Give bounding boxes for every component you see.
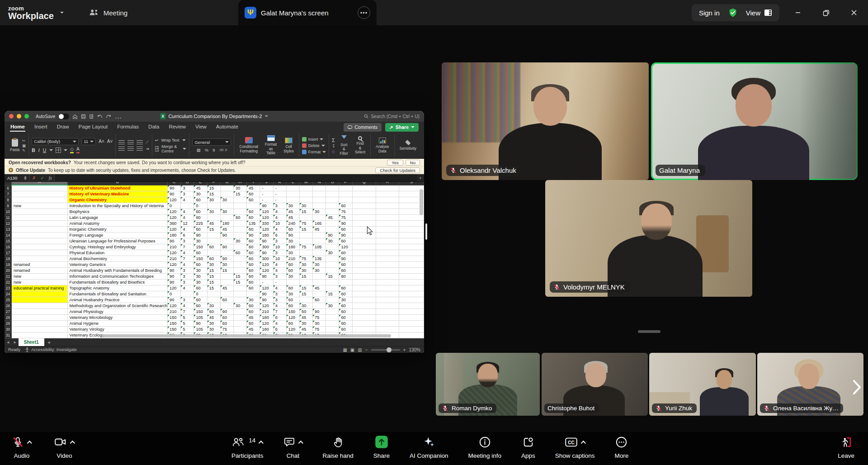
ribbon-tab-data[interactable]: Data bbox=[148, 123, 160, 132]
cell-E30[interactable]: 105 bbox=[194, 326, 207, 332]
cell-I11[interactable]: 60 bbox=[247, 214, 260, 220]
cell-O24[interactable]: 15 bbox=[326, 291, 339, 297]
cell-P19[interactable]: 60 bbox=[339, 261, 352, 267]
cell-C28[interactable]: 150 bbox=[168, 314, 181, 320]
cell-K21[interactable]: 3 bbox=[273, 273, 286, 279]
cell-P18[interactable]: 90 bbox=[339, 256, 352, 261]
cell-R21[interactable] bbox=[376, 273, 399, 279]
cell-H17[interactable]: 60 bbox=[234, 250, 247, 256]
cell-M10[interactable]: 15 bbox=[300, 209, 313, 214]
cell-R11[interactable] bbox=[376, 214, 399, 220]
cell-Q11[interactable] bbox=[352, 214, 376, 220]
cell-J29[interactable]: 120 bbox=[260, 320, 273, 326]
cell-P13[interactable]: 60 bbox=[339, 226, 352, 232]
cell-D28[interactable]: 5 bbox=[181, 314, 194, 320]
column-header-I[interactable]: I bbox=[247, 182, 260, 185]
cell-M9[interactable]: 30 bbox=[300, 203, 313, 209]
cell-I10[interactable]: 60 bbox=[247, 209, 260, 214]
cell-N11[interactable] bbox=[313, 214, 326, 220]
mac-zoom-button[interactable] bbox=[24, 114, 29, 119]
cell-A25[interactable] bbox=[12, 297, 67, 303]
cell-I13[interactable]: 60 bbox=[247, 226, 260, 232]
cell-H32[interactable] bbox=[234, 338, 247, 338]
row-header-6[interactable]: 6 bbox=[5, 185, 12, 191]
cell-E12[interactable]: 225 bbox=[194, 220, 207, 226]
cell-M8[interactable] bbox=[300, 197, 313, 203]
cell-K20[interactable]: 4 bbox=[273, 267, 286, 273]
sheet-prev-icon[interactable]: ◀ bbox=[5, 341, 11, 344]
cell-L18[interactable]: 210 bbox=[286, 256, 299, 261]
cell-P26[interactable]: 60 bbox=[339, 303, 352, 308]
autosum-icon[interactable]: Σ bbox=[332, 138, 335, 143]
name-box[interactable]: A130 bbox=[5, 174, 30, 181]
cell-B24[interactable]: Fundamentals of Biosafety and Sanitation bbox=[67, 291, 168, 297]
cell-G18[interactable]: 90 bbox=[220, 256, 233, 261]
cell-C12[interactable]: 360 bbox=[168, 220, 181, 226]
cell-E8[interactable]: 60 bbox=[194, 197, 207, 203]
cell-C29[interactable]: 150 bbox=[168, 320, 181, 326]
cell-H23[interactable] bbox=[234, 285, 247, 291]
cell-F6[interactable]: 15 bbox=[207, 185, 220, 191]
cell-C21[interactable]: 90 bbox=[168, 273, 181, 279]
cell-F17[interactable] bbox=[207, 250, 220, 256]
add-sheet-button[interactable]: + bbox=[44, 340, 54, 345]
row-header-16[interactable]: 16 bbox=[5, 244, 12, 250]
vertical-scrollbar[interactable] bbox=[420, 189, 423, 215]
cell-A6[interactable] bbox=[12, 185, 67, 191]
cell-P7[interactable] bbox=[339, 191, 352, 197]
cell-J6[interactable]: - bbox=[260, 185, 273, 191]
cell-Q9[interactable] bbox=[352, 203, 376, 209]
cell-M15[interactable] bbox=[300, 238, 313, 244]
align-middle-icon[interactable] bbox=[127, 140, 134, 145]
cell-I27[interactable]: 60 bbox=[247, 308, 260, 314]
cell-H10[interactable] bbox=[234, 209, 247, 214]
cell-O32[interactable] bbox=[326, 338, 339, 338]
cell-N16[interactable]: 105 bbox=[313, 244, 326, 250]
cell-F27[interactable]: 60 bbox=[207, 308, 220, 314]
column-header-J[interactable]: J bbox=[260, 182, 273, 185]
cell-Q22[interactable] bbox=[352, 279, 376, 285]
cell-E11[interactable]: 60 bbox=[194, 214, 207, 220]
cell-D19[interactable]: 4 bbox=[181, 261, 194, 267]
cell-H9[interactable] bbox=[234, 203, 247, 209]
cell-N24[interactable] bbox=[313, 291, 326, 297]
cell-C15[interactable]: 90 bbox=[168, 238, 181, 244]
cell-B30[interactable]: Veterinary Virology bbox=[67, 326, 168, 332]
cell-F32[interactable]: 45 bbox=[207, 338, 220, 338]
cell-K13[interactable]: 4 bbox=[273, 226, 286, 232]
cell-styles-button[interactable]: CellStyles bbox=[281, 138, 296, 153]
cell-L16[interactable]: 180 bbox=[286, 244, 299, 250]
cell-O7[interactable] bbox=[326, 191, 339, 197]
cell-A32[interactable]: renamed bbox=[12, 338, 67, 338]
cell-M7[interactable] bbox=[300, 191, 313, 197]
cell-B18[interactable]: Animal Biochemistry bbox=[67, 256, 168, 261]
chat-chevron-up-icon[interactable] bbox=[298, 441, 303, 446]
cell-L14[interactable]: 90 bbox=[286, 232, 299, 238]
ribbon-tab-insert[interactable]: Insert bbox=[34, 123, 48, 132]
cell-F7[interactable]: 15 bbox=[207, 191, 220, 197]
cell-J19[interactable]: 120 bbox=[260, 261, 273, 267]
column-header-K[interactable]: K bbox=[273, 182, 286, 185]
cell-L30[interactable]: 120 bbox=[286, 326, 299, 332]
cell-P10[interactable]: 75 bbox=[339, 209, 352, 214]
cell-L32[interactable]: 105 bbox=[286, 338, 299, 338]
cell-F8[interactable]: 30 bbox=[207, 197, 220, 203]
cell-Q12[interactable] bbox=[352, 220, 376, 226]
cell-A18[interactable] bbox=[12, 256, 67, 261]
cell-F26[interactable]: 30 bbox=[207, 303, 220, 308]
cell-R14[interactable] bbox=[376, 232, 399, 238]
cell-O20[interactable] bbox=[326, 267, 339, 273]
cell-L17[interactable]: 30 bbox=[286, 250, 299, 256]
cell-I21[interactable]: 60 bbox=[247, 273, 260, 279]
cell-I24[interactable] bbox=[247, 291, 260, 297]
cell-F21[interactable]: 15 bbox=[207, 273, 220, 279]
video-tile-olena[interactable]: Олена Василівна Жу… bbox=[757, 353, 863, 416]
cell-K12[interactable]: 10 bbox=[273, 220, 286, 226]
cell-A12[interactable] bbox=[12, 220, 67, 226]
cell-R9[interactable] bbox=[376, 203, 399, 209]
cell-O13[interactable] bbox=[326, 226, 339, 232]
row-header-28[interactable]: 28 bbox=[5, 314, 12, 320]
cell-N29[interactable]: 30 bbox=[313, 320, 326, 326]
cell-N30[interactable]: 75 bbox=[313, 326, 326, 332]
cell-M20[interactable]: 30 bbox=[300, 267, 313, 273]
